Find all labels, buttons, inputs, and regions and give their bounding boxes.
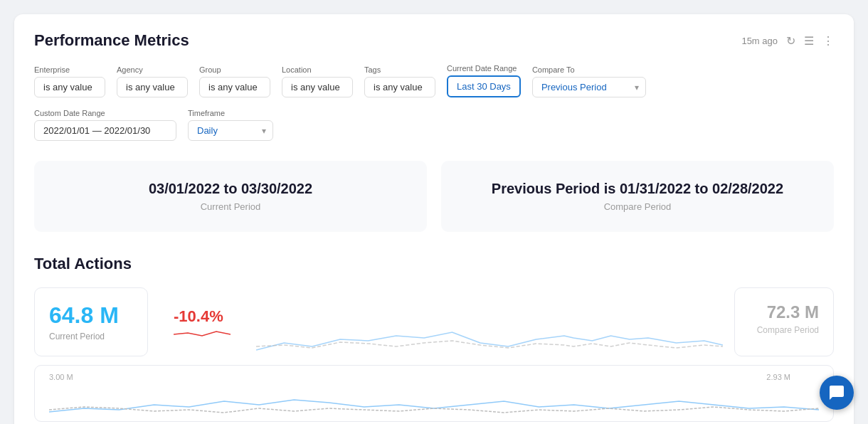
section-title: Total Actions (34, 255, 834, 273)
header-actions: 15m ago ↻ ☰ ⋮ (741, 34, 834, 48)
current-metric-card: 64.8 M Current Period (34, 287, 148, 356)
last-updated-text: 15m ago (741, 36, 778, 46)
agency-label: Agency (117, 65, 188, 74)
change-value: -10.4% (174, 307, 231, 326)
timeframe-wrapper: Daily ▾ (188, 120, 273, 141)
group-select[interactable]: is any value (199, 77, 270, 97)
compare-label: Compare To (532, 65, 646, 74)
more-vert-icon[interactable]: ⋮ (822, 34, 834, 48)
current-period-title: 03/01/2022 to 03/30/2022 (51, 181, 410, 197)
compare-metric-card: 72.3 M Compare Period (734, 287, 834, 356)
y-axis-label: 3.00 M (49, 373, 73, 381)
compare-metric-label: Compare Period (749, 325, 819, 335)
date-range-filter: Current Date Range Last 30 Days (447, 64, 521, 97)
filters-row-1: Enterprise is any value Agency is any va… (34, 64, 834, 97)
menu-lines-icon[interactable]: ☰ (804, 34, 814, 48)
compare-period-title: Previous Period is 01/31/2022 to 02/28/2… (458, 181, 817, 197)
compare-wrapper: Previous Period ▾ (532, 77, 646, 97)
main-chart (256, 311, 723, 354)
x-axis-label: 2.93 M (766, 373, 790, 381)
enterprise-select[interactable]: is any value (34, 77, 105, 97)
group-label: Group (199, 65, 270, 74)
compare-filter: Compare To Previous Period ▾ (532, 65, 646, 97)
custom-range-label: Custom Date Range (34, 109, 176, 117)
metric-change-card: -10.4% (159, 287, 245, 356)
main-container: Performance Metrics 15m ago ↻ ☰ ⋮ Enterp… (14, 14, 854, 424)
date-range-select[interactable]: Last 30 Days (447, 75, 521, 97)
period-cards: 03/01/2022 to 03/30/2022 Current Period … (34, 161, 834, 232)
tags-filter: Tags is any value (364, 65, 435, 97)
metrics-row: 64.8 M Current Period -10.4% 72.3 M Comp… (34, 287, 834, 356)
compare-metric-value: 72.3 M (749, 302, 819, 322)
filters-row-2: Custom Date Range 2022/01/01 — 2022/01/3… (34, 109, 834, 141)
change-underline-chart (174, 326, 231, 337)
group-filter: Group is any value (199, 65, 270, 97)
current-metric-value: 64.8 M (49, 302, 133, 329)
header-row: Performance Metrics 15m ago ↻ ☰ ⋮ (34, 31, 834, 50)
enterprise-label: Enterprise (34, 65, 105, 74)
tags-select[interactable]: is any value (364, 77, 435, 97)
bottom-chart (49, 380, 819, 415)
compare-select[interactable]: Previous Period (532, 77, 646, 97)
enterprise-filter: Enterprise is any value (34, 65, 105, 97)
chart-area (256, 287, 723, 356)
current-period-card: 03/01/2022 to 03/30/2022 Current Period (34, 161, 427, 232)
tags-label: Tags (364, 65, 435, 74)
current-period-label: Current Period (51, 201, 410, 212)
custom-range-input[interactable]: 2022/01/01 — 2022/01/30 (34, 120, 176, 141)
location-label: Location (282, 65, 353, 74)
timeframe-filter: Timeframe Daily ▾ (188, 109, 273, 141)
chat-button[interactable] (820, 376, 854, 410)
location-filter: Location is any value (282, 65, 353, 97)
timeframe-label: Timeframe (188, 109, 273, 117)
date-range-label: Current Date Range (447, 64, 521, 73)
refresh-icon[interactable]: ↻ (786, 34, 795, 48)
agency-filter: Agency is any value (117, 65, 188, 97)
chat-icon (828, 384, 845, 401)
page-title: Performance Metrics (34, 31, 189, 50)
location-select[interactable]: is any value (282, 77, 353, 97)
timeframe-select[interactable]: Daily (188, 120, 273, 141)
custom-range-filter: Custom Date Range 2022/01/01 — 2022/01/3… (34, 109, 176, 141)
current-metric-label: Current Period (49, 332, 133, 341)
compare-period-label: Compare Period (458, 201, 817, 212)
bottom-chart-row: 3.00 M 2.93 M (34, 365, 834, 422)
agency-select[interactable]: is any value (117, 77, 188, 97)
compare-period-card: Previous Period is 01/31/2022 to 02/28/2… (441, 161, 834, 232)
